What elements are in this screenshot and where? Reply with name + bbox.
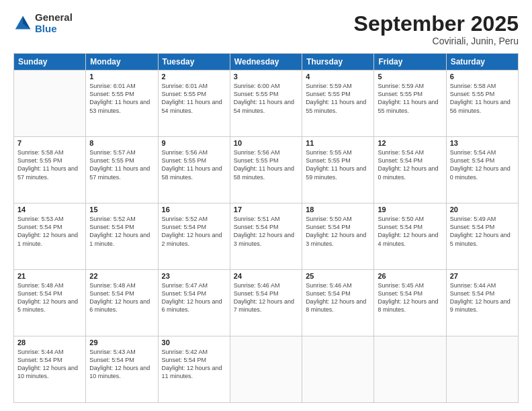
- day-info-22: Sunrise: 5:48 AM Sunset: 5:54 PM Dayligh…: [89, 281, 154, 314]
- day-number-8: 8: [89, 139, 154, 147]
- day-info-4: Sunrise: 5:59 AM Sunset: 5:55 PM Dayligh…: [306, 82, 370, 115]
- day-info-20: Sunrise: 5:49 AM Sunset: 5:54 PM Dayligh…: [450, 215, 515, 248]
- day-cell-w1-d6: 5Sunrise: 5:59 AM Sunset: 5:55 PM Daylig…: [374, 71, 446, 137]
- day-cell-w2-d3: 9Sunrise: 5:56 AM Sunset: 5:55 PM Daylig…: [158, 137, 230, 203]
- day-info-7: Sunrise: 5:58 AM Sunset: 5:55 PM Dayligh…: [17, 148, 82, 181]
- day-info-13: Sunrise: 5:54 AM Sunset: 5:54 PM Dayligh…: [450, 148, 515, 181]
- day-cell-w1-d1: [14, 71, 86, 137]
- day-info-12: Sunrise: 5:54 AM Sunset: 5:54 PM Dayligh…: [378, 148, 442, 181]
- page: General Blue September 2025 Coviriali, J…: [0, 0, 532, 411]
- logo: General Blue: [13, 12, 73, 34]
- day-cell-w2-d7: 13Sunrise: 5:54 AM Sunset: 5:54 PM Dayli…: [446, 137, 518, 203]
- col-monday: Monday: [86, 54, 158, 71]
- week-row-5: 28Sunrise: 5:44 AM Sunset: 5:54 PM Dayli…: [14, 336, 519, 403]
- day-cell-w3-d3: 16Sunrise: 5:52 AM Sunset: 5:54 PM Dayli…: [158, 203, 230, 270]
- day-number-17: 17: [234, 205, 298, 214]
- day-number-5: 5: [378, 73, 442, 81]
- day-number-11: 11: [306, 139, 370, 147]
- day-cell-w1-d4: 3Sunrise: 6:00 AM Sunset: 5:55 PM Daylig…: [230, 71, 302, 137]
- day-cell-w1-d7: 6Sunrise: 5:58 AM Sunset: 5:55 PM Daylig…: [446, 71, 518, 137]
- day-cell-w3-d5: 18Sunrise: 5:50 AM Sunset: 5:54 PM Dayli…: [302, 203, 374, 270]
- day-info-6: Sunrise: 5:58 AM Sunset: 5:55 PM Dayligh…: [450, 82, 515, 115]
- day-number-9: 9: [162, 139, 226, 147]
- day-cell-w5-d2: 29Sunrise: 5:43 AM Sunset: 5:54 PM Dayli…: [86, 336, 158, 403]
- day-cell-w5-d5: [302, 336, 374, 403]
- day-info-17: Sunrise: 5:51 AM Sunset: 5:54 PM Dayligh…: [234, 215, 298, 248]
- day-cell-w4-d3: 23Sunrise: 5:47 AM Sunset: 5:54 PM Dayli…: [158, 270, 230, 336]
- day-info-1: Sunrise: 6:01 AM Sunset: 5:55 PM Dayligh…: [89, 82, 154, 115]
- col-friday: Friday: [374, 54, 446, 71]
- day-number-12: 12: [378, 139, 442, 147]
- day-info-24: Sunrise: 5:46 AM Sunset: 5:54 PM Dayligh…: [234, 281, 298, 314]
- col-tuesday: Tuesday: [158, 54, 230, 71]
- day-cell-w2-d1: 7Sunrise: 5:58 AM Sunset: 5:55 PM Daylig…: [14, 137, 86, 203]
- day-number-4: 4: [306, 73, 370, 81]
- day-info-9: Sunrise: 5:56 AM Sunset: 5:55 PM Dayligh…: [162, 148, 226, 181]
- day-cell-w5-d6: [374, 336, 446, 403]
- day-info-10: Sunrise: 5:56 AM Sunset: 5:55 PM Dayligh…: [234, 148, 298, 181]
- day-number-21: 21: [17, 272, 82, 280]
- col-thursday: Thursday: [302, 54, 374, 71]
- day-cell-w3-d2: 15Sunrise: 5:52 AM Sunset: 5:54 PM Dayli…: [86, 203, 158, 270]
- day-info-15: Sunrise: 5:52 AM Sunset: 5:54 PM Dayligh…: [89, 215, 154, 248]
- day-number-30: 30: [162, 338, 226, 347]
- day-info-23: Sunrise: 5:47 AM Sunset: 5:54 PM Dayligh…: [162, 281, 226, 314]
- day-number-28: 28: [17, 338, 82, 347]
- day-cell-w5-d7: [446, 336, 518, 403]
- day-info-29: Sunrise: 5:43 AM Sunset: 5:54 PM Dayligh…: [89, 348, 154, 381]
- day-number-25: 25: [306, 272, 370, 280]
- day-number-7: 7: [17, 139, 82, 147]
- title-block: September 2025 Coviriali, Junin, Peru: [354, 12, 519, 46]
- day-info-2: Sunrise: 6:01 AM Sunset: 5:55 PM Dayligh…: [162, 82, 226, 115]
- day-info-26: Sunrise: 5:45 AM Sunset: 5:54 PM Dayligh…: [378, 281, 442, 314]
- day-cell-w2-d4: 10Sunrise: 5:56 AM Sunset: 5:55 PM Dayli…: [230, 137, 302, 203]
- month-title: September 2025: [354, 12, 519, 36]
- day-number-15: 15: [89, 205, 154, 214]
- day-number-16: 16: [162, 205, 226, 214]
- day-info-21: Sunrise: 5:48 AM Sunset: 5:54 PM Dayligh…: [17, 281, 82, 314]
- logo-text: General Blue: [35, 12, 73, 34]
- day-info-19: Sunrise: 5:50 AM Sunset: 5:54 PM Dayligh…: [378, 215, 442, 248]
- day-cell-w4-d5: 25Sunrise: 5:46 AM Sunset: 5:54 PM Dayli…: [302, 270, 374, 336]
- day-number-18: 18: [306, 205, 370, 214]
- day-number-10: 10: [234, 139, 298, 147]
- day-number-6: 6: [450, 73, 515, 81]
- day-cell-w3-d7: 20Sunrise: 5:49 AM Sunset: 5:54 PM Dayli…: [446, 203, 518, 270]
- col-sunday: Sunday: [14, 54, 86, 71]
- day-cell-w3-d6: 19Sunrise: 5:50 AM Sunset: 5:54 PM Dayli…: [374, 203, 446, 270]
- calendar-table: Sunday Monday Tuesday Wednesday Thursday…: [13, 53, 519, 403]
- week-row-3: 14Sunrise: 5:53 AM Sunset: 5:54 PM Dayli…: [14, 203, 519, 270]
- day-number-22: 22: [89, 272, 154, 280]
- day-info-28: Sunrise: 5:44 AM Sunset: 5:54 PM Dayligh…: [17, 348, 82, 381]
- day-cell-w4-d7: 27Sunrise: 5:44 AM Sunset: 5:54 PM Dayli…: [446, 270, 518, 336]
- day-info-8: Sunrise: 5:57 AM Sunset: 5:55 PM Dayligh…: [89, 148, 154, 181]
- day-cell-w1-d5: 4Sunrise: 5:59 AM Sunset: 5:55 PM Daylig…: [302, 71, 374, 137]
- day-number-3: 3: [234, 73, 298, 81]
- col-wednesday: Wednesday: [230, 54, 302, 71]
- day-cell-w3-d1: 14Sunrise: 5:53 AM Sunset: 5:54 PM Dayli…: [14, 203, 86, 270]
- week-row-1: 1Sunrise: 6:01 AM Sunset: 5:55 PM Daylig…: [14, 71, 519, 137]
- day-cell-w2-d5: 11Sunrise: 5:55 AM Sunset: 5:55 PM Dayli…: [302, 137, 374, 203]
- day-cell-w4-d4: 24Sunrise: 5:46 AM Sunset: 5:54 PM Dayli…: [230, 270, 302, 336]
- day-info-3: Sunrise: 6:00 AM Sunset: 5:55 PM Dayligh…: [234, 82, 298, 115]
- location-title: Coviriali, Junin, Peru: [354, 36, 519, 46]
- day-cell-w2-d6: 12Sunrise: 5:54 AM Sunset: 5:54 PM Dayli…: [374, 137, 446, 203]
- day-cell-w5-d3: 30Sunrise: 5:42 AM Sunset: 5:54 PM Dayli…: [158, 336, 230, 403]
- day-info-16: Sunrise: 5:52 AM Sunset: 5:54 PM Dayligh…: [162, 215, 226, 248]
- day-cell-w4-d1: 21Sunrise: 5:48 AM Sunset: 5:54 PM Dayli…: [14, 270, 86, 336]
- day-info-5: Sunrise: 5:59 AM Sunset: 5:55 PM Dayligh…: [378, 82, 442, 115]
- logo-general-text: General: [35, 12, 73, 24]
- day-cell-w1-d3: 2Sunrise: 6:01 AM Sunset: 5:55 PM Daylig…: [158, 71, 230, 137]
- day-number-13: 13: [450, 139, 515, 147]
- day-number-2: 2: [162, 73, 226, 81]
- day-number-24: 24: [234, 272, 298, 280]
- day-number-29: 29: [89, 338, 154, 347]
- logo-icon: [13, 14, 32, 33]
- day-info-27: Sunrise: 5:44 AM Sunset: 5:54 PM Dayligh…: [450, 281, 515, 314]
- header: General Blue September 2025 Coviriali, J…: [13, 12, 519, 46]
- day-cell-w2-d2: 8Sunrise: 5:57 AM Sunset: 5:55 PM Daylig…: [86, 137, 158, 203]
- day-cell-w5-d1: 28Sunrise: 5:44 AM Sunset: 5:54 PM Dayli…: [14, 336, 86, 403]
- week-row-4: 21Sunrise: 5:48 AM Sunset: 5:54 PM Dayli…: [14, 270, 519, 336]
- day-number-27: 27: [450, 272, 515, 280]
- day-info-18: Sunrise: 5:50 AM Sunset: 5:54 PM Dayligh…: [306, 215, 370, 248]
